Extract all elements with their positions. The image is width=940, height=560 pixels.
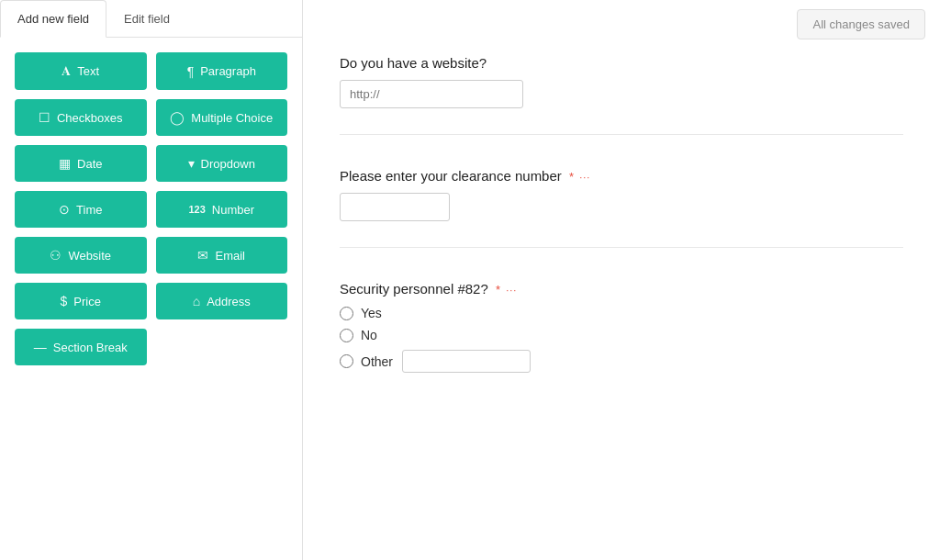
radio-yes[interactable] [340, 307, 353, 320]
clearance-form-section: Please enter your clearance number * ··· [340, 168, 903, 248]
field-btn-dropdown[interactable]: ▾ Dropdown [156, 145, 288, 182]
radio-no-label: No [361, 328, 377, 342]
field-btn-time[interactable]: ⊙ Time [15, 191, 147, 228]
clearance-required-marker: * [569, 170, 574, 184]
field-btn-dropdown-label: Dropdown [201, 157, 255, 171]
radio-item-no[interactable]: No [340, 328, 903, 342]
price-icon: $ [61, 294, 68, 308]
clearance-text-input[interactable] [340, 193, 450, 221]
field-btn-section-break[interactable]: — Section Break [15, 329, 147, 365]
text-icon: 𝐀 [62, 63, 71, 79]
field-btn-date[interactable]: ▦ Date [15, 145, 147, 182]
radio-other[interactable] [340, 354, 353, 368]
checkboxes-icon: ☐ [39, 110, 50, 125]
radio-other-text-input[interactable] [402, 350, 531, 373]
main-content: Do you have a website? Please enter your… [303, 0, 940, 560]
radio-item-yes[interactable]: Yes [340, 306, 903, 320]
field-btn-paragraph[interactable]: ¶ Paragraph [156, 52, 288, 90]
clearance-field-label: Please enter your clearance number * ··· [340, 168, 903, 184]
tabs: Add new field Edit field [0, 0, 302, 38]
field-btn-text-label: Text [77, 64, 99, 78]
field-btn-email[interactable]: ✉ Email [156, 237, 288, 274]
radio-no[interactable] [340, 329, 353, 342]
radio-item-other[interactable]: Other [340, 350, 903, 373]
multiple-choice-icon: ◯ [170, 110, 185, 125]
field-btn-multiple-choice-label: Multiple Choice [191, 111, 273, 125]
security-required-dots: ··· [506, 285, 517, 296]
website-text-input[interactable] [340, 80, 523, 108]
field-btn-number-label: Number [212, 203, 254, 217]
security-form-section: Security personnel #82? * ··· Yes No Oth… [340, 281, 903, 398]
field-btn-number[interactable]: 123 Number [156, 191, 288, 228]
radio-other-label: Other [361, 354, 393, 369]
number-icon: 123 [188, 204, 205, 215]
dropdown-icon: ▾ [188, 156, 195, 171]
field-btn-website[interactable]: ⚇ Website [15, 237, 147, 274]
tab-add-new-field[interactable]: Add new field [0, 0, 106, 38]
field-buttons-grid: 𝐀 Text ¶ Paragraph ☐ Checkboxes ◯ Multip… [0, 38, 302, 380]
field-btn-website-label: Website [68, 249, 111, 263]
tab-edit-field[interactable]: Edit field [106, 0, 187, 38]
section-break-icon: — [34, 340, 47, 354]
left-panel: Add new field Edit field 𝐀 Text ¶ Paragr… [0, 0, 303, 560]
field-btn-checkboxes[interactable]: ☐ Checkboxes [15, 99, 147, 136]
field-btn-time-label: Time [76, 203, 102, 217]
field-btn-date-label: Date [77, 157, 102, 171]
paragraph-icon: ¶ [187, 64, 195, 79]
field-btn-section-break-label: Section Break [53, 341, 128, 354]
field-btn-multiple-choice[interactable]: ◯ Multiple Choice [156, 99, 288, 136]
security-field-label: Security personnel #82? * ··· [340, 281, 903, 297]
field-btn-price-label: Price [73, 295, 101, 308]
field-btn-email-label: Email [215, 249, 245, 263]
field-btn-text[interactable]: 𝐀 Text [15, 52, 147, 90]
email-icon: ✉ [197, 248, 208, 263]
radio-yes-label: Yes [361, 306, 382, 320]
address-icon: ⌂ [193, 294, 200, 308]
website-field-label: Do you have a website? [340, 55, 903, 71]
field-btn-checkboxes-label: Checkboxes [57, 111, 123, 125]
clearance-required-dots: ··· [579, 172, 590, 183]
field-btn-paragraph-label: Paragraph [200, 64, 256, 78]
security-radio-group: Yes No Other [340, 306, 903, 373]
field-btn-address-label: Address [207, 295, 251, 308]
field-btn-address[interactable]: ⌂ Address [156, 283, 288, 319]
time-icon: ⊙ [59, 202, 70, 217]
field-btn-price[interactable]: $ Price [15, 283, 147, 319]
website-form-section: Do you have a website? [340, 55, 903, 135]
website-icon: ⚇ [50, 248, 62, 263]
date-icon: ▦ [59, 156, 71, 171]
security-required-marker: * [496, 283, 500, 297]
